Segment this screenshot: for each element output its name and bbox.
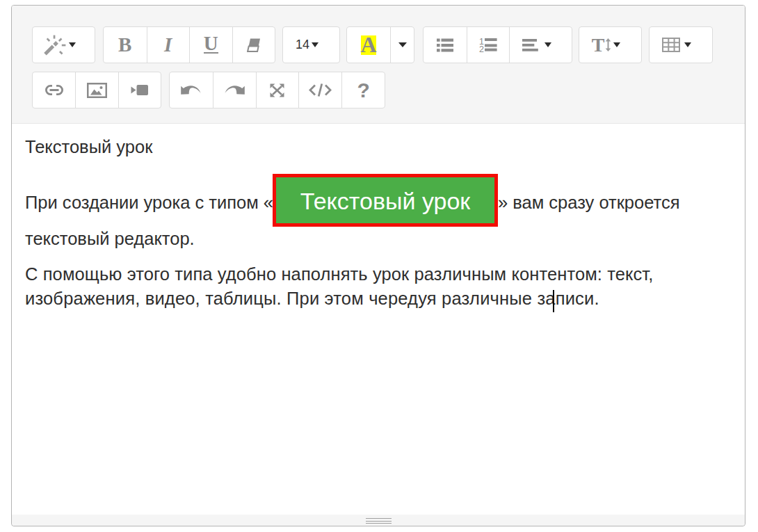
svg-text:2: 2 bbox=[479, 45, 484, 52]
